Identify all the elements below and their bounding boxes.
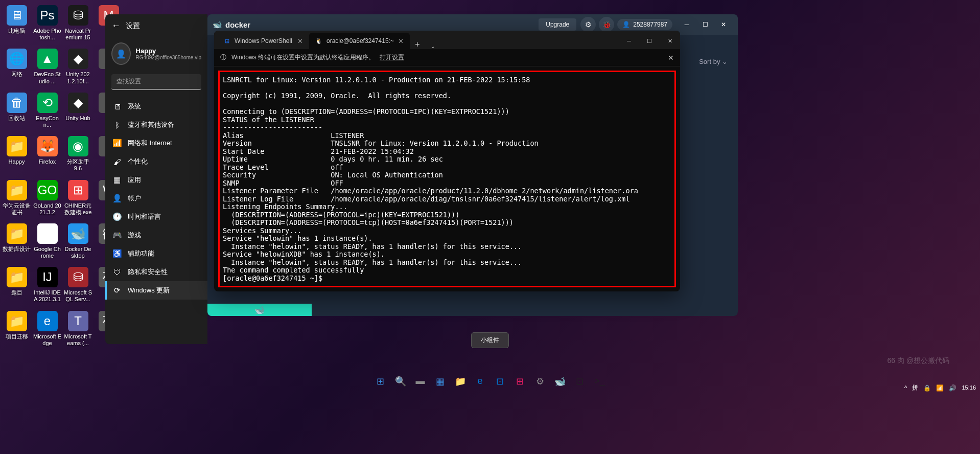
nav-icon: ▦ bbox=[112, 175, 122, 185]
terminal-infobar: ⓘ Windows 终端可在设置中设置为默认终端应用程序。 打开设置 ✕ bbox=[214, 49, 680, 66]
desktop-icon[interactable]: 🌐网络 bbox=[3, 49, 31, 84]
back-icon[interactable]: ← bbox=[111, 20, 121, 31]
minimize-button[interactable]: ─ bbox=[619, 33, 639, 49]
settings-nav-item[interactable]: 👤帐户 bbox=[105, 189, 207, 208]
settings-nav-item[interactable]: ▦应用 bbox=[105, 171, 207, 189]
maximize-button[interactable]: ☐ bbox=[696, 17, 714, 32]
bug-icon[interactable]: 🐞 bbox=[599, 17, 614, 32]
app-icon: e bbox=[37, 311, 58, 331]
info-text: Windows 终端可在设置中设置为默认终端应用程序。 bbox=[231, 53, 375, 62]
app-icon: 📁 bbox=[7, 223, 27, 244]
nav-icon: 🛡 bbox=[112, 268, 122, 277]
close-icon[interactable]: ✕ bbox=[668, 54, 674, 62]
app-icon: ⛁ bbox=[68, 267, 88, 287]
close-button[interactable]: ✕ bbox=[714, 17, 733, 32]
desktop-icon[interactable]: ⛁Microsoft SQL Serv... bbox=[64, 267, 92, 303]
nav-label: 系统 bbox=[128, 102, 141, 111]
taskbar-item[interactable]: ⊡ bbox=[571, 372, 589, 390]
settings-nav-item[interactable]: 🕐时间和语言 bbox=[105, 208, 207, 226]
close-icon[interactable]: ✕ bbox=[297, 37, 303, 45]
close-icon[interactable]: ✕ bbox=[398, 37, 404, 45]
desktop-icon[interactable]: ⊞CHINER元数建模.exe bbox=[64, 180, 92, 216]
taskbar-item[interactable]: ⊡ bbox=[491, 372, 509, 390]
nav-label: 应用 bbox=[128, 175, 141, 185]
desktop-icon[interactable]: ▲DevEco Studio ... bbox=[33, 49, 61, 84]
nav-icon: 🕐 bbox=[112, 212, 122, 221]
tab-dropdown-button[interactable]: ⌄ bbox=[425, 43, 440, 49]
taskbar-item[interactable]: ▬ bbox=[411, 372, 429, 390]
settings-nav-item[interactable]: ᛒ蓝牙和其他设备 bbox=[105, 116, 207, 134]
desktop-icon[interactable]: ◉Google Chrome bbox=[33, 223, 61, 259]
app-icon: ◆ bbox=[68, 93, 88, 113]
tray-icon[interactable]: ^ bbox=[904, 384, 907, 392]
desktop-icon[interactable]: 📁Happy bbox=[3, 136, 31, 172]
clock[interactable]: 15:16 bbox=[962, 384, 976, 391]
settings-search-input[interactable]: 查找设置 bbox=[111, 74, 201, 90]
desktop-icon[interactable]: 📁题目 bbox=[3, 267, 31, 303]
desktop-icon[interactable]: 🐋Docker Desktop bbox=[64, 223, 92, 259]
settings-nav-item[interactable]: 🛡隐私和安全性 bbox=[105, 263, 207, 281]
app-icon: 📁 bbox=[7, 267, 27, 287]
desktop-icon[interactable]: GOGoLand 2021.3.2 bbox=[33, 180, 61, 216]
taskbar-item[interactable]: ⊞ bbox=[511, 372, 529, 390]
taskbar-item[interactable]: e bbox=[471, 372, 489, 390]
desktop-icon[interactable]: IJIntelliJ IDEA 2021.3.1 bbox=[33, 267, 61, 303]
icon-label: Microsoft Edge bbox=[33, 333, 61, 347]
tray-icon[interactable]: 📶 bbox=[936, 384, 944, 392]
tray-icon[interactable]: 🔒 bbox=[923, 384, 931, 392]
icon-label: Microsoft Teams (... bbox=[64, 333, 92, 347]
desktop-icon[interactable]: 📁数据库设计 bbox=[3, 223, 31, 259]
app-icon: 📁 bbox=[7, 311, 27, 331]
taskbar-item[interactable]: 🐋 bbox=[551, 372, 569, 390]
taskbar-item[interactable]: ⚙ bbox=[531, 372, 549, 390]
terminal-tab[interactable]: ⊞Windows PowerShell✕ bbox=[217, 33, 309, 49]
docker-logo-text: docker bbox=[225, 20, 250, 29]
icon-label: Unity Hub bbox=[65, 115, 90, 122]
tray-icon[interactable]: 🔊 bbox=[949, 384, 956, 392]
settings-nav-item[interactable]: 🖥系统 bbox=[105, 97, 207, 116]
settings-nav-item[interactable]: ♿辅助功能 bbox=[105, 244, 207, 263]
widgets-button[interactable]: 小组件 bbox=[471, 332, 509, 348]
taskbar-item[interactable]: 📁 bbox=[451, 372, 469, 390]
sort-by-dropdown[interactable]: Sort by ⌄ bbox=[699, 58, 728, 65]
terminal-tab[interactable]: 🐧oracle@0a6ef3247415:~✕ bbox=[309, 33, 410, 49]
desktop-icon[interactable]: 📁华为云设备证书 bbox=[3, 180, 31, 216]
icon-label: DevEco Studio ... bbox=[33, 71, 61, 84]
desktop-icon[interactable]: ⟲EasyConn... bbox=[33, 93, 61, 128]
desktop-icon[interactable]: ◆Unity 2021.2.10f... bbox=[64, 49, 92, 84]
settings-nav-item[interactable]: 🎮游戏 bbox=[105, 226, 207, 244]
taskbar-item[interactable]: ⊞ bbox=[371, 372, 389, 390]
open-settings-link[interactable]: 打开设置 bbox=[380, 53, 404, 62]
terminal-output[interactable]: LSNRCTL for Linux: Version 11.2.0.1.0 - … bbox=[223, 76, 671, 282]
maximize-button[interactable]: ☐ bbox=[639, 33, 660, 49]
terminal-window: ⊞Windows PowerShell✕🐧oracle@0a6ef3247415… bbox=[214, 31, 680, 291]
nav-label: 辅助功能 bbox=[128, 249, 154, 258]
taskbar-item[interactable]: ▦ bbox=[431, 372, 449, 390]
upgrade-button[interactable]: Upgrade bbox=[539, 18, 576, 31]
icon-label: EasyConn... bbox=[33, 115, 61, 128]
desktop-icon[interactable]: ⛁Navicat Premium 15 bbox=[64, 5, 92, 41]
taskbar-item[interactable]: 🔍 bbox=[391, 372, 409, 390]
tray-icon[interactable]: 拼 bbox=[912, 383, 918, 392]
desktop-icon[interactable]: 🦊Firefox bbox=[33, 136, 61, 172]
desktop-icon[interactable]: TMicrosoft Teams (... bbox=[64, 311, 92, 347]
desktop-icon[interactable]: 🖥此电脑 bbox=[3, 5, 31, 41]
settings-nav-item[interactable]: ⟳Windows 更新 bbox=[105, 281, 207, 300]
settings-nav-item[interactable]: 🖌个性化 bbox=[105, 152, 207, 171]
desktop-icon[interactable]: 🗑回收站 bbox=[3, 93, 31, 128]
taskbar-item[interactable]: >_ bbox=[591, 372, 609, 390]
gear-icon[interactable]: ⚙ bbox=[580, 17, 596, 32]
icon-label: Navicat Premium 15 bbox=[64, 28, 92, 41]
settings-nav-item[interactable]: 📶网络和 Internet bbox=[105, 134, 207, 152]
desktop-icon[interactable]: 📁项目迁移 bbox=[3, 311, 31, 347]
nav-icon: 👤 bbox=[112, 194, 122, 203]
desktop-icon[interactable]: eMicrosoft Edge bbox=[33, 311, 61, 347]
desktop-icon[interactable]: ◉分区助手 9.6 bbox=[64, 136, 92, 172]
desktop-icon[interactable]: PsAdobe Photosh... bbox=[33, 5, 61, 41]
profile-section[interactable]: 👤 Happy RG4092@office365home.vip bbox=[105, 37, 207, 70]
close-button[interactable]: ✕ bbox=[660, 33, 680, 49]
docker-user[interactable]: 👤 2528877987 bbox=[617, 19, 672, 30]
minimize-button[interactable]: ─ bbox=[678, 17, 696, 32]
desktop-icon[interactable]: ◆Unity Hub bbox=[64, 93, 92, 128]
new-tab-button[interactable]: + bbox=[410, 40, 425, 49]
